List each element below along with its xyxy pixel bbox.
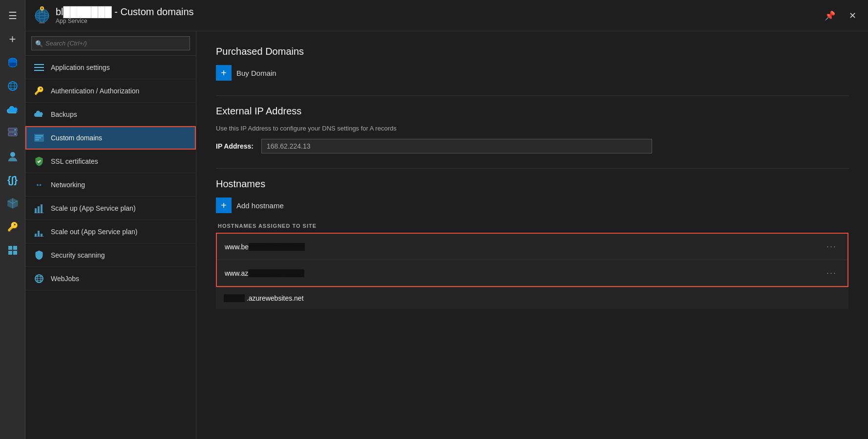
ip-address-label: IP Address:	[216, 142, 254, 150]
buy-domain-label: Buy Domain	[236, 69, 276, 77]
svg-rect-34	[41, 204, 42, 213]
title-bar-actions: 📌 ✕	[821, 8, 860, 23]
sidebar-item-webjobs[interactable]: WebJobs	[25, 267, 196, 290]
app-icon	[33, 6, 51, 25]
content-area: 🔍 Application settings	[25, 31, 868, 439]
svg-rect-12	[8, 246, 12, 250]
divider-1	[216, 95, 848, 96]
sidebar-item-custom-domains[interactable]: Custom domains	[25, 126, 196, 150]
svg-rect-38	[41, 234, 42, 237]
sidebar-item-ssl[interactable]: SSL certificates	[25, 150, 196, 173]
sidebar-item-scale-out[interactable]: Scale out (App Service plan)	[25, 220, 196, 243]
svg-rect-24	[39, 22, 45, 23]
hostnames-section: Hostnames + Add hostname HOSTNAMES ASSIG…	[216, 178, 848, 309]
network-icon[interactable]	[2, 75, 23, 97]
ssl-label: SSL certificates	[51, 157, 98, 165]
networking-icon: ↔	[33, 179, 45, 191]
hostname-row-2: www.azredacted ···	[217, 260, 847, 286]
svg-rect-13	[13, 246, 17, 250]
backups-icon	[33, 109, 45, 120]
bottom-hostname-row: bl .azurewebsites.net	[216, 287, 848, 309]
key-icon[interactable]: 🔑	[2, 216, 23, 238]
menu-icon[interactable]: ☰	[2, 5, 23, 26]
svg-rect-36	[35, 234, 37, 237]
bottom-hostname-text: bl .azurewebsites.net	[224, 294, 304, 302]
sidebar-item-backups[interactable]: Backups	[25, 103, 196, 126]
cube-icon[interactable]	[2, 193, 23, 214]
scale-up-label: Scale up (App Service plan)	[51, 204, 136, 212]
hostname-2-more-button[interactable]: ···	[824, 267, 840, 279]
application-settings-icon	[33, 62, 45, 73]
add-icon[interactable]: +	[2, 28, 23, 50]
security-scanning-icon	[33, 249, 45, 261]
hostname-text-1: www.beredacted	[225, 243, 824, 251]
authentication-icon: 🔑	[33, 85, 45, 97]
scale-up-icon	[33, 202, 45, 214]
hostname-rows-container: www.beredacted ··· www.azredacted ···	[216, 233, 848, 287]
external-ip-desc: Use this IP Address to configure your DN…	[216, 125, 848, 132]
sidebar-item-security-scanning[interactable]: Security scanning	[25, 243, 196, 267]
divider-2	[216, 168, 848, 169]
hostname-1-more-button[interactable]: ···	[824, 241, 840, 253]
server-icon[interactable]	[2, 122, 23, 144]
sidebar-list: Application settings 🔑 Authentication / …	[25, 56, 196, 439]
buy-domain-button[interactable]: + Buy Domain	[216, 65, 848, 81]
external-ip-title: External IP Address	[216, 106, 848, 117]
buy-domain-plus-icon: +	[216, 65, 232, 81]
icon-bar: ☰ +	[0, 0, 25, 439]
security-scanning-label: Security scanning	[51, 251, 105, 259]
svg-point-22	[41, 7, 43, 9]
svg-rect-33	[38, 206, 40, 213]
application-settings-label: Application settings	[51, 64, 110, 71]
title-bar-text: bl███████ - Custom domains App Service	[56, 6, 821, 24]
user-icon[interactable]	[2, 146, 23, 167]
search-icon: 🔍	[35, 40, 43, 47]
database-icon[interactable]	[2, 52, 23, 73]
search-input[interactable]	[31, 36, 190, 50]
cloud-icon[interactable]	[2, 99, 23, 120]
hostnames-title: Hostnames	[216, 178, 848, 190]
networking-label: Networking	[51, 181, 85, 189]
ip-address-input	[261, 139, 652, 154]
sidebar-item-authentication[interactable]: 🔑 Authentication / Authorization	[25, 79, 196, 103]
app-subtitle: App Service	[56, 18, 821, 24]
authentication-label: Authentication / Authorization	[51, 87, 139, 95]
grid-icon[interactable]	[2, 240, 23, 261]
svg-rect-32	[35, 208, 37, 213]
external-ip-section: External IP Address Use this IP Address …	[216, 106, 848, 154]
custom-domains-icon	[33, 132, 45, 144]
svg-point-9	[14, 133, 16, 135]
sidebar-item-networking[interactable]: ↔ Networking	[25, 173, 196, 197]
webjobs-label: WebJobs	[51, 275, 79, 283]
app-title: bl███████ - Custom domains	[56, 6, 821, 18]
add-hostname-plus-icon: +	[216, 198, 232, 213]
backups-label: Backups	[51, 110, 77, 118]
hostname-text-2: www.azredacted	[225, 269, 824, 277]
ip-address-row: IP Address:	[216, 139, 848, 154]
hostnames-table-header: HOSTNAMES ASSIGNED TO SITE	[216, 223, 848, 229]
svg-rect-15	[13, 251, 17, 255]
title-bar: bl███████ - Custom domains App Service 📌…	[25, 0, 868, 31]
svg-point-8	[14, 129, 16, 131]
custom-domains-label: Custom domains	[51, 134, 102, 142]
hostname-row-1: www.beredacted ···	[217, 234, 847, 260]
main-content-area: Purchased Domains + Buy Domain External …	[196, 31, 868, 439]
main-container: bl███████ - Custom domains App Service 📌…	[25, 0, 868, 439]
ssl-icon	[33, 155, 45, 167]
sidebar-search-container: 🔍	[25, 31, 196, 56]
pin-button[interactable]: 📌	[821, 8, 839, 23]
svg-point-10	[10, 152, 15, 157]
close-button[interactable]: ✕	[845, 8, 860, 23]
svg-rect-14	[8, 251, 12, 255]
scale-out-label: Scale out (App Service plan)	[51, 228, 137, 236]
function-icon[interactable]: {∫}	[2, 169, 23, 191]
sidebar: 🔍 Application settings	[25, 31, 196, 439]
purchased-domains-title: Purchased Domains	[216, 46, 848, 57]
webjobs-icon	[33, 273, 45, 285]
add-hostname-label: Add hostname	[236, 201, 284, 210]
sidebar-item-application-settings[interactable]: Application settings	[25, 56, 196, 79]
scale-out-icon	[33, 226, 45, 238]
add-hostname-button[interactable]: + Add hostname	[216, 198, 848, 213]
sidebar-item-scale-up[interactable]: Scale up (App Service plan)	[25, 197, 196, 220]
svg-rect-37	[38, 231, 40, 237]
